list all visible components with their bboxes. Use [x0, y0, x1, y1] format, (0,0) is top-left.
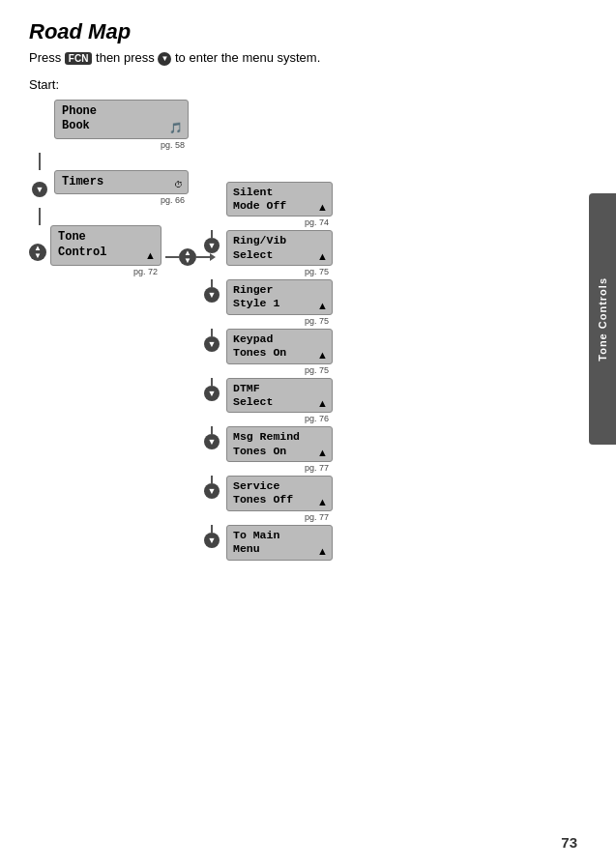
msg-remind-label: Msg RemindTones On: [233, 430, 305, 458]
silent-mode-label: SilentMode Off: [233, 186, 305, 214]
intro-end: to enter the menu system.: [175, 50, 320, 65]
phone-book-icon: 🎵: [169, 122, 183, 134]
silent-mode-row: SilentMode Off ▲ pg. 74: [201, 182, 333, 231]
ring-vib-pg: pg. 75: [226, 267, 333, 276]
ringer-style-label: RingerStyle 1: [233, 283, 305, 311]
dtmf-select-icon: ▲: [317, 397, 328, 409]
ringer-style-pg: pg. 75: [226, 316, 333, 326]
phone-book-row: PhoneBook 🎵 pg. 58: [29, 100, 189, 170]
keypad-tones-row: ▼ KeypadTones On ▲ pg. 75: [201, 329, 333, 378]
silent-mode-box: SilentMode Off ▲: [226, 182, 333, 217]
dtmf-select-box: DTMFSelect ▲: [226, 378, 333, 414]
service-tones-box: ServiceTones Off ▲: [226, 476, 333, 511]
msg-remind-nav: ▼: [204, 434, 220, 449]
phone-book-box: PhoneBook 🎵: [54, 100, 189, 139]
dtmf-select-row: ▼ DTMFSelect ▲ pg. 76: [201, 378, 333, 427]
ring-vib-icon: ▲: [317, 250, 328, 262]
service-tones-label: ServiceTones Off: [233, 479, 305, 507]
dtmf-select-pg: pg. 76: [226, 414, 333, 423]
side-tab-label: Tone Controls: [597, 277, 608, 362]
ring-vib-row: ▼ Ring/VibSelect ▲ pg. 75: [201, 230, 333, 279]
timers-nav-icon: ▼: [32, 182, 47, 197]
phone-book-label: PhoneBook: [62, 104, 159, 134]
to-main-menu-box: To MainMenu ▲: [226, 525, 333, 561]
msg-remind-box: Msg RemindTones On ▲: [226, 426, 333, 462]
timers-box: Timers ⏱: [54, 170, 189, 195]
timers-row: ▼ Timers ⏱ pg. 66: [29, 170, 189, 226]
right-column: SilentMode Off ▲ pg. 74 ▼: [196, 182, 333, 561]
service-tones-icon: ▲: [317, 496, 328, 507]
intro-mid: then press: [96, 50, 158, 65]
tone-control-pg: pg. 72: [50, 267, 161, 276]
fcn-badge: FCN: [65, 52, 93, 65]
service-tones-pg: pg. 77: [226, 512, 333, 522]
keypad-tones-nav: ▼: [204, 336, 220, 352]
keypad-tones-icon: ▲: [317, 349, 328, 361]
msg-remind-icon: ▲: [317, 447, 328, 458]
dtmf-select-label: DTMFSelect: [233, 382, 305, 410]
silent-mode-pg: pg. 74: [226, 217, 333, 227]
side-tab: Tone Controls: [589, 193, 616, 445]
tone-control-row: ▲ ▼ ToneControl ▲ pg. 72: [29, 225, 189, 278]
keypad-tones-pg: pg. 75: [226, 365, 333, 375]
tone-control-icon: ▲: [145, 249, 156, 261]
left-column: PhoneBook 🎵 pg. 58: [29, 100, 189, 279]
ring-vib-nav: ▼: [204, 238, 220, 253]
silent-mode-icon: ▲: [317, 201, 328, 213]
tone-control-label: ToneControl: [58, 230, 132, 260]
ring-vib-label: Ring/VibSelect: [233, 234, 305, 262]
tone-control-nav-icon: ▲ ▼: [29, 244, 46, 261]
service-tones-row: ▼ ServiceTones Off ▲ pg. 77: [201, 476, 333, 525]
v-connector-1: [39, 153, 41, 170]
page-number: 73: [561, 834, 577, 851]
right-nav-icon: ▲ ▼: [179, 248, 196, 266]
ring-vib-box: Ring/VibSelect ▲: [226, 230, 333, 266]
to-main-menu-row: ▼ To MainMenu ▲: [201, 525, 333, 561]
right-items-list: SilentMode Off ▲ pg. 74 ▼: [201, 182, 333, 561]
start-label: Start:: [29, 77, 577, 92]
ringer-style-icon: ▲: [317, 300, 328, 311]
intro-prefix: Press: [29, 50, 61, 65]
service-tones-nav: ▼: [204, 483, 220, 499]
ringer-style-nav: ▼: [204, 287, 220, 303]
timers-icon: ⏱: [174, 180, 183, 189]
ringer-style-box: RingerStyle 1 ▲: [226, 279, 333, 315]
keypad-tones-box: KeypadTones On ▲: [226, 329, 333, 364]
msg-remind-row: ▼ Msg RemindTones On ▲ pg. 77: [201, 426, 333, 476]
phone-book-pg: pg. 58: [54, 140, 189, 150]
timers-label: Timers: [62, 175, 159, 190]
msg-remind-pg: pg. 77: [226, 463, 333, 473]
tone-control-box: ToneControl ▲: [50, 225, 161, 265]
to-main-menu-label: To MainMenu: [233, 529, 305, 557]
to-main-menu-icon: ▲: [317, 545, 328, 557]
road-map: PhoneBook 🎵 pg. 58: [29, 100, 577, 561]
intro-text: Press FCN then press ▼ to enter the menu…: [29, 50, 577, 66]
to-main-menu-nav: ▼: [204, 533, 220, 548]
ringer-style-row: ▼ RingerStyle 1 ▲ pg. 75: [201, 279, 333, 329]
v-connector-2: [39, 208, 41, 225]
page-container: Tone Controls 73 Road Map Press FCN then…: [0, 0, 616, 868]
timers-pg: pg. 66: [54, 195, 189, 205]
page-title: Road Map: [29, 19, 577, 44]
down-arrow-icon: ▼: [158, 52, 171, 66]
keypad-tones-label: KeypadTones On: [233, 333, 305, 361]
main-content: Road Map Press FCN then press ▼ to enter…: [29, 19, 577, 561]
dtmf-select-nav: ▼: [204, 386, 220, 401]
